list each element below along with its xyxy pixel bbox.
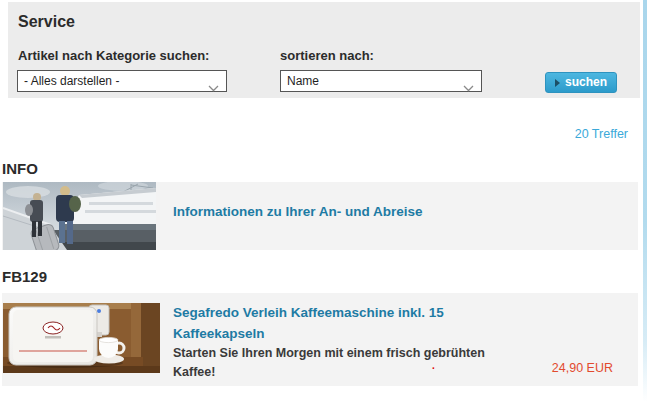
search-button-label: suchen <box>565 75 607 89</box>
info-arrival-photo[interactable] <box>3 182 156 250</box>
sort-label: sortieren nach: <box>280 48 374 63</box>
coffee-machine-link[interactable]: Segafredo Verleih Kaffeemaschine inkl. 1… <box>173 302 518 344</box>
triangle-right-icon <box>555 79 560 87</box>
coffee-machine-text: Segafredo Verleih Kaffeemaschine inkl. 1… <box>173 302 518 382</box>
results-count: 20 Treffer <box>575 127 628 141</box>
price-label: 24,90 EUR <box>552 361 613 375</box>
category-select[interactable]: - Alles darstellen - <box>17 70 227 92</box>
coffee-machine-photo[interactable] <box>3 303 160 373</box>
category-filter-label: Artikel nach Kategorie suchen: <box>18 48 209 63</box>
page-accent-border <box>643 0 647 402</box>
page-title: Service <box>18 13 75 31</box>
sort-select-value: Name <box>287 74 319 88</box>
coffee-machine-title-line1: Segafredo Verleih Kaffeemaschine inkl. 1… <box>173 302 518 323</box>
coffee-machine-description: Starten Sie Ihren Morgen mit einem frisc… <box>173 344 518 382</box>
list-item-info: Informationen zu Ihrer An- und Abreise <box>2 182 638 250</box>
info-arrival-link[interactable]: Informationen zu Ihrer An- und Abreise <box>173 204 423 219</box>
chevron-down-icon <box>208 78 219 85</box>
sort-select[interactable]: Name <box>280 70 482 92</box>
section-code-fb129: FB129 <box>2 268 47 285</box>
list-item-fb129: Segafredo Verleih Kaffeemaschine inkl. 1… <box>2 293 638 386</box>
category-select-value: - Alles darstellen - <box>24 74 119 88</box>
footnote-marker: · <box>432 363 435 374</box>
search-button[interactable]: suchen <box>545 72 617 93</box>
coffee-machine-title-line2: Kaffeekapseln <box>173 323 518 344</box>
chevron-down-icon <box>463 78 474 85</box>
service-page: { "header": { "title": "Service", "categ… <box>0 0 649 407</box>
search-panel: Service Artikel nach Kategorie suchen: -… <box>8 2 640 98</box>
section-code-info: INFO <box>2 160 38 177</box>
